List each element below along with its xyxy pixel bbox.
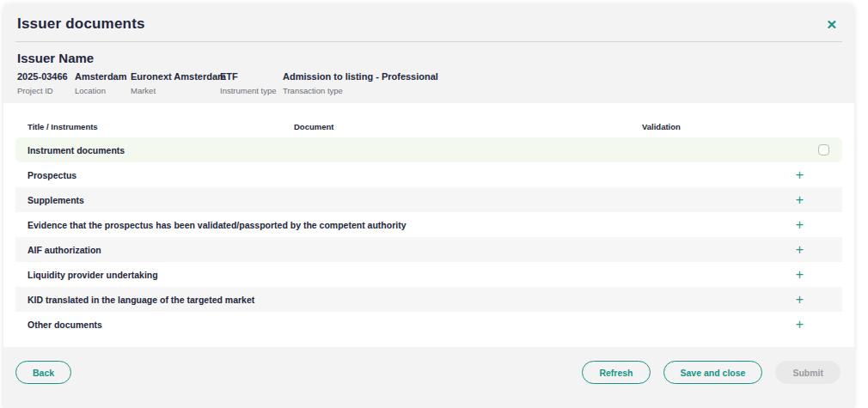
dialog-footer: Back Refresh Save and close Submit: [3, 347, 854, 408]
table-column-headers: Title / Instruments Document Validation: [15, 115, 842, 137]
field-market: Euronext Amsterdam Market: [131, 71, 220, 95]
field-project-id: 2025-03466 Project ID: [17, 71, 75, 95]
row-label: Evidence that the prospectus has been va…: [28, 220, 406, 230]
row-label: AIF authorization: [28, 245, 101, 255]
field-instrument-type: ETF Instrument type: [220, 71, 283, 95]
table-row-other-documents[interactable]: Other documents +: [15, 312, 842, 337]
footer-action-buttons: Refresh Save and close Submit: [582, 361, 840, 384]
add-document-icon[interactable]: +: [796, 218, 804, 232]
table-row-supplements[interactable]: Supplements +: [15, 187, 842, 212]
row-label: Liquidity provider undertaking: [28, 270, 158, 280]
table-row-aif-authorization[interactable]: AIF authorization +: [15, 237, 842, 262]
issuer-name: Issuer Name: [17, 51, 840, 65]
add-document-icon[interactable]: +: [796, 168, 804, 182]
column-document: Document: [294, 122, 642, 131]
table-row-instrument-documents[interactable]: Instrument documents: [15, 137, 842, 162]
issuer-documents-dialog: Issuer documents ✕ Issuer Name 2025-0346…: [3, 3, 854, 408]
row-label: Instrument documents: [28, 145, 125, 155]
issuer-metadata: 2025-03466 Project ID Amsterdam Location…: [17, 71, 840, 95]
header-divider: [15, 41, 842, 42]
row-label: Prospectus: [28, 170, 76, 180]
submit-button[interactable]: Submit: [775, 361, 840, 384]
refresh-button[interactable]: Refresh: [582, 361, 650, 384]
table-row-evidence-prospectus[interactable]: Evidence that the prospectus has been va…: [15, 212, 842, 237]
row-label: Supplements: [28, 195, 84, 205]
field-transaction-type: Admission to listing - Professional Tran…: [283, 71, 840, 95]
select-all-checkbox[interactable]: [818, 144, 829, 155]
row-label: Other documents: [28, 320, 102, 330]
close-icon[interactable]: ✕: [822, 16, 840, 33]
add-document-icon[interactable]: +: [796, 318, 804, 332]
column-title-instruments: Title / Instruments: [28, 122, 294, 131]
dialog-header: Issuer documents ✕ Issuer Name 2025-0346…: [3, 3, 854, 103]
column-validation: Validation: [642, 122, 830, 131]
save-and-close-button[interactable]: Save and close: [663, 361, 763, 384]
table-row-kid-translated[interactable]: KID translated in the language of the ta…: [15, 287, 842, 312]
field-location: Amsterdam Location: [75, 71, 131, 95]
add-document-icon[interactable]: +: [796, 293, 804, 307]
page-title: Issuer documents: [17, 15, 145, 33]
add-document-icon[interactable]: +: [796, 268, 804, 282]
documents-table: Title / Instruments Document Validation …: [3, 103, 854, 347]
add-document-icon[interactable]: +: [796, 193, 804, 207]
add-document-icon[interactable]: +: [796, 243, 804, 257]
back-button[interactable]: Back: [15, 361, 71, 384]
table-row-liquidity-provider[interactable]: Liquidity provider undertaking +: [15, 262, 842, 287]
row-label: KID translated in the language of the ta…: [28, 295, 254, 305]
table-row-prospectus[interactable]: Prospectus +: [15, 162, 842, 187]
